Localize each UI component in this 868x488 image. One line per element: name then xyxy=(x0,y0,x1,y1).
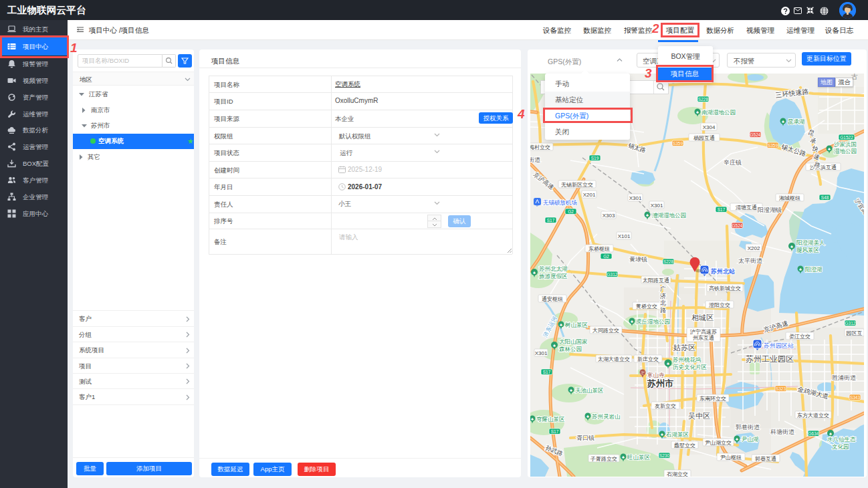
svg-text:S359: S359 xyxy=(768,143,778,148)
svg-text:G524: G524 xyxy=(732,223,743,228)
svg-text:♣: ♣ xyxy=(553,344,556,348)
svg-text:友新立交: 友新立交 xyxy=(655,403,676,409)
svg-text:科塘街道: 科塘街道 xyxy=(770,429,794,435)
svg-text:石湖景区: 石湖景区 xyxy=(666,431,689,438)
svg-text:太阳路互通: 太阳路互通 xyxy=(643,277,669,283)
svg-text:♣: ♣ xyxy=(560,323,562,327)
svg-text:♣: ♣ xyxy=(667,362,669,366)
svg-text:G2: G2 xyxy=(568,209,574,214)
svg-text:苏州桃花坞: 苏州桃花坞 xyxy=(673,356,701,363)
svg-text:梅村立交: 梅村立交 xyxy=(530,144,550,150)
svg-text:♣: ♣ xyxy=(790,245,793,249)
svg-text:S17: S17 xyxy=(718,207,726,212)
svg-text:相城区: 相城区 xyxy=(691,314,714,322)
svg-text:郭巷互通: 郭巷互通 xyxy=(755,455,776,462)
svg-text:阳澄湖镇: 阳澄湖镇 xyxy=(758,207,782,213)
svg-text:S19: S19 xyxy=(591,156,599,160)
svg-text:路: 路 xyxy=(660,307,666,314)
svg-text:♣: ♣ xyxy=(531,417,534,421)
svg-text:S228: S228 xyxy=(663,259,674,264)
svg-text:通安枢纽: 通安枢纽 xyxy=(542,295,563,302)
svg-text:G524: G524 xyxy=(750,132,761,137)
svg-text:阳澄湖: 阳澄湖 xyxy=(805,266,823,273)
svg-text:石湖立交: 石湖立交 xyxy=(667,471,688,477)
svg-text:尹山湖: 尹山湖 xyxy=(742,436,759,443)
svg-text:水八仙生态: 水八仙生态 xyxy=(827,436,856,443)
svg-text:尹山枢纽: 尹山枢纽 xyxy=(720,455,742,461)
svg-text:S17: S17 xyxy=(551,429,559,434)
svg-text:X202: X202 xyxy=(748,245,760,251)
svg-text:州东互通: 州东互通 xyxy=(693,334,714,341)
svg-text:澄阳立交: 澄阳立交 xyxy=(709,302,730,308)
svg-text:杨园互通: 杨园互通 xyxy=(693,134,715,141)
svg-text:G634: G634 xyxy=(808,431,819,436)
svg-text:♣: ♣ xyxy=(782,120,784,124)
svg-text:历史文化片区: 历史文化片区 xyxy=(673,364,707,370)
svg-text:北: 北 xyxy=(660,299,666,306)
svg-text:济: 济 xyxy=(660,293,666,299)
svg-text:胥口镇: 胥口镇 xyxy=(576,435,594,441)
svg-text:旺山景区: 旺山景区 xyxy=(627,454,650,461)
svg-text:卍: 卍 xyxy=(641,370,645,375)
svg-text:♣: ♣ xyxy=(586,414,589,418)
svg-text:太平街道: 太平街道 xyxy=(738,257,762,264)
svg-text:吴中区: 吴中区 xyxy=(688,412,710,420)
svg-text:X301: X301 xyxy=(629,195,642,201)
svg-text:尹山湖立交: 尹山湖立交 xyxy=(705,440,732,446)
svg-text:S230: S230 xyxy=(659,453,670,458)
svg-text:苏州市: 苏州市 xyxy=(647,378,673,388)
svg-text:苏州工业园区: 苏州工业园区 xyxy=(746,354,794,364)
svg-text:S228: S228 xyxy=(698,97,709,102)
svg-text:街道: 街道 xyxy=(530,156,540,163)
svg-text:♣: ♣ xyxy=(799,267,802,271)
svg-text:旅游度假区: 旅游度假区 xyxy=(539,273,568,279)
svg-text:沪宁高速苏: 沪宁高速苏 xyxy=(689,329,717,335)
svg-text:X304: X304 xyxy=(703,124,716,130)
svg-text:S17: S17 xyxy=(543,370,551,374)
svg-text:园区互: 园区互 xyxy=(847,330,863,336)
svg-text:S359: S359 xyxy=(673,141,683,146)
svg-text:东南环立交: 东南环立交 xyxy=(699,396,726,402)
svg-text:X301: X301 xyxy=(651,203,663,209)
svg-text:♣: ♣ xyxy=(661,433,663,437)
svg-text:新庄立交: 新庄立交 xyxy=(637,356,659,362)
svg-text:大阳山国家: 大阳山国家 xyxy=(559,338,588,345)
svg-text:♣: ♣ xyxy=(696,110,699,114)
svg-text:树山景区: 树山景区 xyxy=(564,322,588,328)
svg-text:腿风景区: 腿风景区 xyxy=(796,247,819,253)
svg-text:娄江立交: 娄江立交 xyxy=(789,334,810,340)
svg-text:太湖大道立交: 太湖大道立交 xyxy=(598,356,630,362)
svg-text:辛庄镇: 辛庄镇 xyxy=(724,159,742,166)
svg-text:苏州园区站: 苏州园区站 xyxy=(764,342,794,349)
svg-text:广: 广 xyxy=(660,285,666,292)
svg-text:苏州北太湖: 苏州北太湖 xyxy=(539,265,568,272)
svg-text:森林公园: 森林公园 xyxy=(559,346,582,352)
svg-text:♣: ♣ xyxy=(828,147,831,151)
svg-text:黄桥立交: 黄桥立交 xyxy=(636,303,657,310)
svg-text:G1522: G1522 xyxy=(840,135,853,140)
svg-text:♣: ♣ xyxy=(622,455,625,459)
svg-text:S17: S17 xyxy=(547,218,555,223)
svg-text:昆承湖: 昆承湖 xyxy=(788,118,805,125)
svg-text:东方大道立交: 东方大道立交 xyxy=(797,412,829,418)
svg-text:苏州灵岩山: 苏州灵岩山 xyxy=(592,413,621,420)
svg-text:高铁新城立交: 高铁新城立交 xyxy=(709,285,741,291)
svg-text:蠡墅立交: 蠡墅立交 xyxy=(674,442,695,449)
svg-text:X101: X101 xyxy=(618,233,631,239)
svg-text:子胥路立交: 子胥路立交 xyxy=(590,456,617,462)
svg-text:虎丘湿地公园: 虎丘湿地公园 xyxy=(636,318,670,325)
svg-text:G312: G312 xyxy=(607,272,618,277)
svg-text:文化园: 文化园 xyxy=(832,443,849,450)
svg-text:♣: ♣ xyxy=(829,432,832,436)
svg-text:胜浦街道: 胜浦街道 xyxy=(832,374,856,381)
svg-text:苏州北站: 苏州北站 xyxy=(710,268,735,275)
svg-text:湘城枢纽: 湘城枢纽 xyxy=(779,195,800,201)
svg-text:X303: X303 xyxy=(603,213,615,219)
svg-text:♣: ♣ xyxy=(533,271,536,275)
svg-text:渭塘互通: 渭塘互通 xyxy=(736,204,757,211)
svg-text:阳澄湖美人: 阳澄湖美人 xyxy=(796,239,825,246)
svg-text:无锡新区立交: 无锡新区立交 xyxy=(561,182,593,188)
svg-text:姑苏区: 姑苏区 xyxy=(673,344,695,352)
svg-text:G2: G2 xyxy=(603,254,609,259)
svg-text:南湖湿地公园: 南湖湿地公园 xyxy=(701,109,736,116)
